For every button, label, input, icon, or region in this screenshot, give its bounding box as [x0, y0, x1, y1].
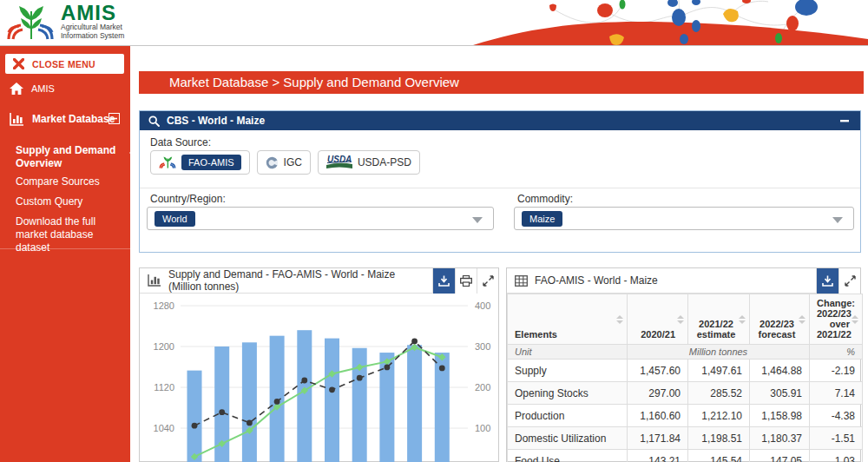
commodity-label: Commodity: [517, 193, 573, 205]
change-cell: 1.03 [810, 450, 863, 462]
commodity-value-tag: Maize [522, 211, 562, 227]
source-button-fao-amis[interactable]: FAO-AMIS [150, 150, 250, 175]
table-row: Opening Stocks 297.00 285.52 305.91 7.14 [508, 382, 863, 405]
sidebar-item-amis[interactable]: AMIS [0, 81, 130, 96]
supply-demand-chart[interactable]: 1280400120030011202001040100 [140, 294, 498, 462]
chart-download-button[interactable] [432, 268, 455, 294]
cbs-panel-title: CBS - World - Maize [167, 115, 831, 127]
svg-text:100: 100 [475, 423, 490, 433]
close-icon [13, 58, 24, 69]
value-cell: 1,497.61 [688, 360, 750, 382]
amis-logo[interactable]: AMIS Agricultural Market Information Sys… [5, 3, 124, 43]
expand-icon [483, 275, 494, 287]
sidebar-item-market-database[interactable]: Market Database [0, 110, 130, 128]
chart-expand-button[interactable] [477, 268, 498, 294]
value-cell: 145.54 [688, 450, 750, 462]
country-region-label: Country/Region: [150, 193, 226, 205]
change-unit: % [810, 345, 863, 360]
column-header-elements[interactable]: Elements [508, 294, 628, 345]
top-banner: AMIS Agricultural Market Information Sys… [0, 0, 868, 46]
breadcrumb: Market Database > Supply and Demand Over… [139, 71, 864, 94]
value-cell: 1,457.60 [628, 360, 688, 382]
search-icon [148, 116, 160, 127]
change-cell: -1.51 [810, 427, 863, 450]
value-cell: 1,464.88 [750, 360, 810, 382]
value-cell: 285.52 [688, 382, 750, 405]
value-cell: 143.21 [628, 450, 688, 462]
cbs-filter-panel: CBS - World - Maize Data Source: FAO-AMI… [139, 110, 861, 253]
usda-logo-icon: USDA [326, 155, 352, 170]
table-panel: FAO-AMIS - World - Maize [506, 267, 861, 462]
panel-collapse-button[interactable] [838, 114, 852, 128]
igc-logo-icon [266, 156, 279, 169]
sidebar-item-label: AMIS [31, 83, 55, 94]
collapse-minus-icon[interactable] [108, 113, 120, 127]
column-header-2021-22[interactable]: 2021/22estimate [688, 294, 750, 345]
source-button-usda-psd[interactable]: USDA USDA-PSD [318, 150, 420, 175]
country-value-tag: World [155, 211, 195, 227]
country-region-select[interactable]: World [147, 207, 494, 230]
change-cell: -2.19 [810, 360, 863, 382]
close-menu-button[interactable]: CLOSE MENU [5, 54, 124, 74]
table-title-icon [515, 275, 528, 287]
print-icon [460, 275, 472, 287]
subnav-label: Custom Query [16, 195, 82, 208]
chart-panel: Supply and Demand - FAO-AMIS - World - M… [139, 267, 499, 462]
unit-label: Unit [508, 345, 628, 360]
chart-print-button[interactable] [455, 268, 477, 294]
sort-icon [739, 315, 746, 324]
value-cell: 1,212.10 [688, 405, 750, 427]
sort-icon [616, 315, 623, 324]
sidebar-item-custom-query[interactable]: Custom Query [16, 195, 123, 208]
change-cell: 7.14 [810, 382, 863, 405]
element-cell: Food Use [508, 450, 628, 462]
banner-decoration [473, 0, 868, 45]
column-header-2022-23[interactable]: 2022/23forecast [750, 294, 810, 345]
subnav-label: Supply and Demand Overview [16, 144, 115, 169]
table-row: Food Use 143.21 145.54 147.05 1.03 [508, 450, 863, 462]
value-cell: 1,180.37 [750, 427, 810, 450]
sort-icon [799, 315, 806, 324]
sort-icon [852, 315, 858, 324]
change-cell: -4.38 [810, 405, 863, 427]
download-icon [822, 275, 833, 287]
table-expand-button[interactable] [838, 268, 860, 294]
element-cell: Opening Stocks [508, 382, 628, 405]
fao-amis-logo-icon [159, 155, 176, 170]
column-header-2020-21[interactable]: 2020/21 [628, 294, 688, 345]
chart-panel-header: Supply and Demand - FAO-AMIS - World - M… [140, 268, 498, 294]
active-caret-icon [129, 148, 135, 157]
table-download-button[interactable] [816, 268, 838, 294]
value-cell: 1,160.60 [628, 405, 688, 427]
commodity-select[interactable]: Maize [514, 207, 854, 230]
minus-icon [839, 116, 850, 126]
value-cell: 1,198.51 [688, 427, 750, 450]
table-row: Production 1,160.60 1,212.10 1,158.98 -4… [508, 405, 863, 427]
value-cell: 147.05 [750, 450, 810, 462]
cbs-panel-header: CBS - World - Maize [140, 111, 860, 130]
source-label: IGC [284, 156, 302, 168]
supply-demand-table: Elements 2020/21 2021/22estimate 2022/23… [507, 294, 863, 462]
chart-panel-title: Supply and Demand - FAO-AMIS - World - M… [168, 268, 425, 293]
sort-icon [677, 315, 684, 324]
sidebar-item-supply-and-demand-overview[interactable]: Supply and Demand Overview [16, 144, 123, 170]
brand-tagline-2: Information System [61, 32, 124, 41]
table-panel-header: FAO-AMIS - World - Maize [507, 268, 860, 294]
amis-emblem-icon [5, 3, 56, 43]
unit-row: Unit Million tonnes % [508, 345, 863, 360]
source-button-igc[interactable]: IGC [257, 150, 311, 175]
home-icon [10, 82, 23, 95]
data-source-label: Data Source: [150, 136, 211, 148]
element-cell: Supply [508, 360, 628, 382]
column-header-change[interactable]: Change: 2022/23 over 2021/22 [810, 294, 863, 345]
element-cell: Domestic Utilization [508, 427, 628, 450]
chevron-down-icon [832, 217, 843, 223]
value-cell: 305.91 [750, 382, 810, 405]
sidebar: CLOSE MENU AMIS Market Database [0, 46, 130, 462]
sidebar-item-compare-sources[interactable]: Compare Sources [16, 175, 123, 188]
element-cell: Production [508, 405, 628, 427]
data-source-buttons: FAO-AMIS IGC USDA USDA-PSD [150, 150, 420, 175]
table-row: Supply 1,457.60 1,497.61 1,464.88 -2.19 [508, 360, 863, 382]
chevron-down-icon [472, 217, 483, 223]
svg-text:1120: 1120 [154, 382, 174, 393]
